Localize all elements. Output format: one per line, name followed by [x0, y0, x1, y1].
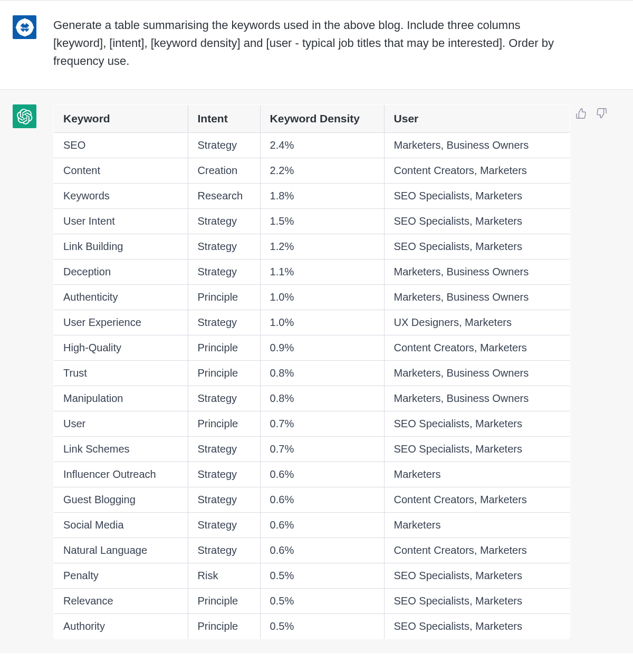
- cell-intent: Principle: [188, 335, 260, 361]
- cell-keyword: SEO: [54, 133, 188, 158]
- cell-keyword: Content: [54, 158, 188, 184]
- cell-keyword: Influencer Outreach: [54, 462, 188, 487]
- table-row: Link BuildingStrategy1.2%SEO Specialists…: [54, 234, 570, 260]
- cell-density: 0.6%: [260, 513, 384, 538]
- cell-user: SEO Specialists, Marketers: [384, 614, 570, 639]
- keyword-table: Keyword Intent Keyword Density User SEOS…: [53, 104, 570, 639]
- table-row: Link SchemesStrategy0.7%SEO Specialists,…: [54, 437, 570, 462]
- cell-density: 0.8%: [260, 386, 384, 411]
- cell-keyword: High-Quality: [54, 335, 188, 361]
- table-header-row: Keyword Intent Keyword Density User: [54, 105, 570, 133]
- cell-density: 2.4%: [260, 133, 384, 158]
- cell-user: SEO Specialists, Marketers: [384, 437, 570, 462]
- table-row: ManipulationStrategy0.8%Marketers, Busin…: [54, 386, 570, 411]
- cell-keyword: Guest Blogging: [54, 487, 188, 513]
- cell-density: 0.8%: [260, 361, 384, 386]
- cell-keyword: Link Schemes: [54, 437, 188, 462]
- feedback-buttons: [576, 108, 607, 121]
- table-row: UserPrinciple0.7%SEO Specialists, Market…: [54, 411, 570, 437]
- cell-keyword: Link Building: [54, 234, 188, 260]
- cell-intent: Strategy: [188, 260, 260, 285]
- cell-user: Content Creators, Marketers: [384, 335, 570, 361]
- cell-keyword: Deception: [54, 260, 188, 285]
- cell-intent: Strategy: [188, 209, 260, 234]
- header-user: User: [384, 105, 570, 133]
- cell-intent: Risk: [188, 563, 260, 589]
- cell-keyword: Social Media: [54, 513, 188, 538]
- header-density: Keyword Density: [260, 105, 384, 133]
- cell-user: Content Creators, Marketers: [384, 158, 570, 184]
- cell-user: SEO Specialists, Marketers: [384, 589, 570, 614]
- cell-keyword: User: [54, 411, 188, 437]
- cell-density: 1.5%: [260, 209, 384, 234]
- cell-user: SEO Specialists, Marketers: [384, 563, 570, 589]
- table-row: Social MediaStrategy0.6%Marketers: [54, 513, 570, 538]
- cell-density: 0.7%: [260, 411, 384, 437]
- cell-intent: Strategy: [188, 437, 260, 462]
- cell-user: UX Designers, Marketers: [384, 310, 570, 335]
- table-row: ContentCreation2.2%Content Creators, Mar…: [54, 158, 570, 184]
- cell-density: 1.1%: [260, 260, 384, 285]
- header-keyword: Keyword: [54, 105, 188, 133]
- cell-keyword: Authority: [54, 614, 188, 639]
- thumbs-up-icon[interactable]: [576, 108, 587, 121]
- cell-user: Marketers, Business Owners: [384, 361, 570, 386]
- table-row: SEOStrategy2.4%Marketers, Business Owner…: [54, 133, 570, 158]
- cell-keyword: User Experience: [54, 310, 188, 335]
- table-row: KeywordsResearch1.8%SEO Specialists, Mar…: [54, 184, 570, 209]
- cell-user: SEO Specialists, Marketers: [384, 234, 570, 260]
- table-row: High-QualityPrinciple0.9%Content Creator…: [54, 335, 570, 361]
- cell-user: Marketers, Business Owners: [384, 133, 570, 158]
- table-row: Guest BloggingStrategy0.6%Content Creato…: [54, 487, 570, 513]
- cell-density: 0.5%: [260, 614, 384, 639]
- cell-density: 0.7%: [260, 437, 384, 462]
- cell-intent: Research: [188, 184, 260, 209]
- svg-text:OPACE: OPACE: [21, 26, 28, 29]
- table-row: User ExperienceStrategy1.0%UX Designers,…: [54, 310, 570, 335]
- cell-intent: Principle: [188, 589, 260, 614]
- table-row: AuthenticityPrinciple1.0%Marketers, Busi…: [54, 285, 570, 310]
- cell-user: SEO Specialists, Marketers: [384, 184, 570, 209]
- cell-user: Content Creators, Marketers: [384, 538, 570, 563]
- table-row: DeceptionStrategy1.1%Marketers, Business…: [54, 260, 570, 285]
- cell-intent: Strategy: [188, 487, 260, 513]
- thumbs-down-icon[interactable]: [596, 108, 607, 121]
- assistant-message: Keyword Intent Keyword Density User SEOS…: [0, 89, 633, 654]
- table-row: RelevancePrinciple0.5%SEO Specialists, M…: [54, 589, 570, 614]
- cell-density: 0.6%: [260, 462, 384, 487]
- cell-density: 1.8%: [260, 184, 384, 209]
- user-message: OPACE Generate a table summarising the k…: [0, 0, 633, 89]
- cell-keyword: Natural Language: [54, 538, 188, 563]
- cell-intent: Strategy: [188, 462, 260, 487]
- cell-density: 1.2%: [260, 234, 384, 260]
- cell-intent: Principle: [188, 361, 260, 386]
- cell-keyword: Relevance: [54, 589, 188, 614]
- cell-intent: Strategy: [188, 234, 260, 260]
- cell-user: Marketers: [384, 462, 570, 487]
- cell-density: 0.5%: [260, 589, 384, 614]
- cell-intent: Principle: [188, 411, 260, 437]
- cell-intent: Strategy: [188, 310, 260, 335]
- table-row: Influencer OutreachStrategy0.6%Marketers: [54, 462, 570, 487]
- cell-intent: Principle: [188, 614, 260, 639]
- cell-density: 0.6%: [260, 538, 384, 563]
- table-row: AuthorityPrinciple0.5%SEO Specialists, M…: [54, 614, 570, 639]
- cell-intent: Strategy: [188, 133, 260, 158]
- assistant-content: Keyword Intent Keyword Density User SEOS…: [53, 104, 570, 654]
- cell-user: Marketers: [384, 513, 570, 538]
- cell-density: 1.0%: [260, 285, 384, 310]
- cell-density: 0.6%: [260, 487, 384, 513]
- table-row: TrustPrinciple0.8%Marketers, Business Ow…: [54, 361, 570, 386]
- table-row: User IntentStrategy1.5%SEO Specialists, …: [54, 209, 570, 234]
- table-row: PenaltyRisk0.5%SEO Specialists, Marketer…: [54, 563, 570, 589]
- cell-intent: Creation: [188, 158, 260, 184]
- cell-intent: Strategy: [188, 538, 260, 563]
- cell-intent: Strategy: [188, 513, 260, 538]
- cell-density: 0.9%: [260, 335, 384, 361]
- cell-keyword: Penalty: [54, 563, 188, 589]
- cell-keyword: Keywords: [54, 184, 188, 209]
- table-row: Natural LanguageStrategy0.6%Content Crea…: [54, 538, 570, 563]
- cell-user: Content Creators, Marketers: [384, 487, 570, 513]
- cell-user: SEO Specialists, Marketers: [384, 209, 570, 234]
- assistant-avatar: [13, 104, 36, 128]
